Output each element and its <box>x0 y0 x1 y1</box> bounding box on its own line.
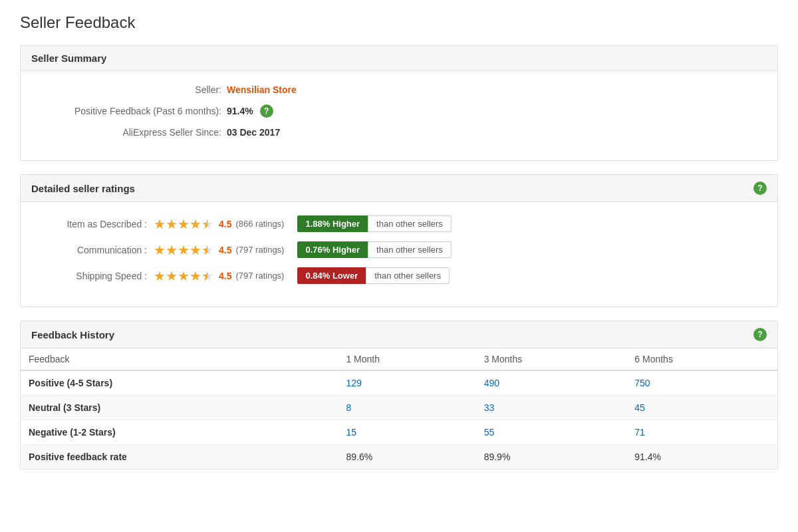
star-1: ★ <box>154 216 166 232</box>
star-4: ★ <box>190 242 201 258</box>
rate-6months: 91.4% <box>626 445 777 469</box>
badge-other-item-described: than other sellers <box>368 215 452 232</box>
star-1: ★ <box>154 268 166 284</box>
seller-name-row: Seller: Wensilian Store <box>41 84 757 95</box>
feedback-history-help-icon[interactable]: ? <box>753 328 767 341</box>
score-item-described: 4.5 <box>219 219 231 229</box>
positive-3months[interactable]: 490 <box>476 370 627 396</box>
rate-3months: 89.9% <box>476 445 627 469</box>
star-5-half: ★ <box>201 268 213 284</box>
score-shipping: 4.5 <box>219 271 231 281</box>
feedback-history-header: Feedback History ? <box>21 321 777 348</box>
table-row: Neutral (3 Stars) 8 33 45 <box>21 396 777 420</box>
count-shipping: (797 ratings) <box>235 271 284 281</box>
rating-label-item-described: Item as Described : <box>41 219 154 229</box>
badge-group-communication: 0.76% Higher than other sellers <box>297 241 451 258</box>
badge-item-described: 1.88% Higher <box>297 215 368 232</box>
seller-summary-title: Seller Summary <box>31 53 106 64</box>
rating-label-shipping: Shipping Speed : <box>41 271 154 281</box>
rating-row-shipping: Shipping Speed : ★ ★ ★ ★ ★ 4.5 (797 rati… <box>41 267 757 284</box>
negative-6months[interactable]: 71 <box>626 420 777 445</box>
rating-row-item-described: Item as Described : ★ ★ ★ ★ ★ 4.5 (866 r… <box>41 215 757 232</box>
table-row: Negative (1-2 Stars) 15 55 71 <box>21 420 777 445</box>
stars-item-described: ★ ★ ★ ★ ★ <box>154 216 213 232</box>
feedback-table-header-row: Feedback 1 Month 3 Months 6 Months <box>21 348 777 370</box>
seller-label: Seller: <box>41 84 227 95</box>
positive-feedback-value: 91.4% <box>227 106 253 116</box>
seller-summary-card: Seller Summary Seller: Wensilian Store P… <box>20 45 778 161</box>
star-2: ★ <box>166 216 178 232</box>
star-3: ★ <box>178 216 190 232</box>
badge-group-shipping: 0.84% Lower than other sellers <box>297 267 450 284</box>
col-3months: 3 Months <box>476 348 627 370</box>
positive-1month[interactable]: 129 <box>338 370 475 396</box>
negative-1month[interactable]: 15 <box>338 420 475 445</box>
seller-summary-body: Seller: Wensilian Store Positive Feedbac… <box>21 71 777 160</box>
positive-feedback-label: Positive Feedback (Past 6 months): <box>41 106 227 116</box>
row-label-positive: Positive (4-5 Stars) <box>21 370 338 396</box>
star-2: ★ <box>166 268 178 284</box>
col-6months: 6 Months <box>626 348 777 370</box>
detailed-ratings-body: Item as Described : ★ ★ ★ ★ ★ 4.5 (866 r… <box>21 202 777 307</box>
detailed-ratings-header: Detailed seller ratings ? <box>21 175 777 202</box>
stars-shipping: ★ ★ ★ ★ ★ <box>154 268 213 284</box>
star-4: ★ <box>190 216 201 232</box>
feedback-history-title: Feedback History <box>31 329 114 340</box>
positive-feedback-help-icon[interactable]: ? <box>260 104 273 118</box>
rating-row-communication: Communication : ★ ★ ★ ★ ★ 4.5 (797 ratin… <box>41 241 757 258</box>
table-row: Positive feedback rate 89.6% 89.9% 91.4% <box>21 445 777 469</box>
seller-since-row: AliExpress Seller Since: 03 Dec 2017 <box>41 127 757 138</box>
star-3: ★ <box>178 242 190 258</box>
feedback-history-body: Feedback 1 Month 3 Months 6 Months Posit… <box>21 348 777 469</box>
row-label-negative: Negative (1-2 Stars) <box>21 420 338 445</box>
row-label-neutral: Neutral (3 Stars) <box>21 396 338 420</box>
badge-shipping: 0.84% Lower <box>297 267 366 284</box>
rate-1month: 89.6% <box>338 445 475 469</box>
star-4: ★ <box>190 268 201 284</box>
star-1: ★ <box>154 242 166 258</box>
count-item-described: (866 ratings) <box>235 219 284 229</box>
col-feedback: Feedback <box>21 348 338 370</box>
count-communication: (797 ratings) <box>235 245 284 255</box>
stars-communication: ★ ★ ★ ★ ★ <box>154 242 213 258</box>
star-2: ★ <box>166 242 178 258</box>
page-title: Seller Feedback <box>20 13 778 32</box>
badge-communication: 0.76% Higher <box>297 241 368 258</box>
negative-3months[interactable]: 55 <box>476 420 627 445</box>
feedback-table: Feedback 1 Month 3 Months 6 Months Posit… <box>21 348 777 469</box>
seller-name-link[interactable]: Wensilian Store <box>227 84 297 95</box>
seller-since-label: AliExpress Seller Since: <box>41 127 227 138</box>
neutral-3months[interactable]: 33 <box>476 396 627 420</box>
score-communication: 4.5 <box>219 245 231 255</box>
seller-summary-header: Seller Summary <box>21 46 777 71</box>
star-3: ★ <box>178 268 190 284</box>
badge-group-item-described: 1.88% Higher than other sellers <box>297 215 451 232</box>
detailed-ratings-help-icon[interactable]: ? <box>753 182 767 195</box>
col-1month: 1 Month <box>338 348 475 370</box>
table-row: Positive (4-5 Stars) 129 490 750 <box>21 370 777 396</box>
detailed-ratings-card: Detailed seller ratings ? Item as Descri… <box>20 174 778 307</box>
star-5-half: ★ <box>201 242 213 258</box>
row-label-rate: Positive feedback rate <box>21 445 338 469</box>
star-5-half: ★ <box>201 216 213 232</box>
neutral-6months[interactable]: 45 <box>626 396 777 420</box>
neutral-1month[interactable]: 8 <box>338 396 475 420</box>
badge-other-shipping: than other sellers <box>366 267 450 284</box>
badge-other-communication: than other sellers <box>368 241 452 258</box>
feedback-history-card: Feedback History ? Feedback 1 Month 3 Mo… <box>20 321 778 469</box>
rating-label-communication: Communication : <box>41 245 154 255</box>
positive-6months[interactable]: 750 <box>626 370 777 396</box>
positive-feedback-row: Positive Feedback (Past 6 months): 91.4%… <box>41 104 757 118</box>
seller-since-value: 03 Dec 2017 <box>227 127 280 138</box>
detailed-ratings-title: Detailed seller ratings <box>31 183 135 194</box>
